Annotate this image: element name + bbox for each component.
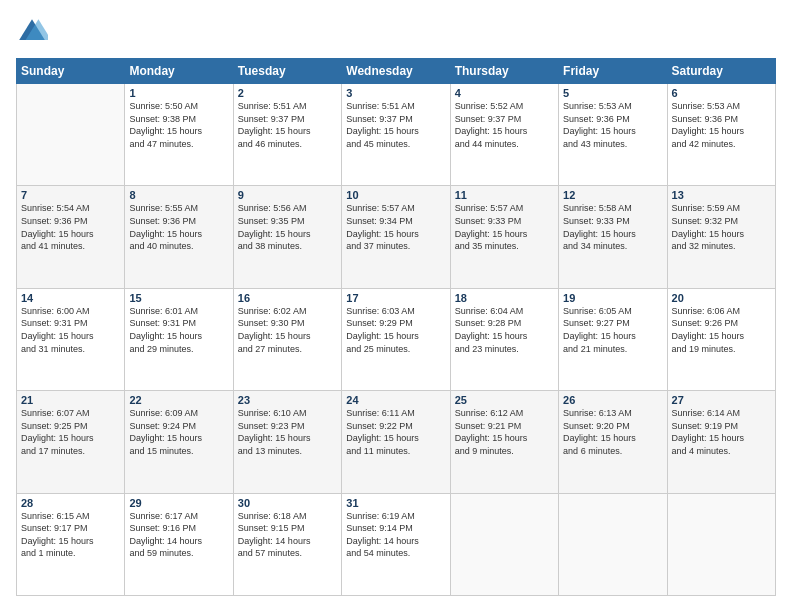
calendar-cell: 23Sunrise: 6:10 AM Sunset: 9:23 PM Dayli… [233,391,341,493]
day-number: 10 [346,189,445,201]
day-info: Sunrise: 6:17 AM Sunset: 9:16 PM Dayligh… [129,510,228,560]
header-day: Friday [559,59,667,84]
day-info: Sunrise: 5:59 AM Sunset: 9:32 PM Dayligh… [672,202,771,252]
day-number: 4 [455,87,554,99]
day-info: Sunrise: 5:52 AM Sunset: 9:37 PM Dayligh… [455,100,554,150]
day-number: 6 [672,87,771,99]
day-number: 3 [346,87,445,99]
day-number: 13 [672,189,771,201]
day-number: 25 [455,394,554,406]
day-info: Sunrise: 5:51 AM Sunset: 9:37 PM Dayligh… [238,100,337,150]
day-info: Sunrise: 5:57 AM Sunset: 9:34 PM Dayligh… [346,202,445,252]
calendar-cell: 22Sunrise: 6:09 AM Sunset: 9:24 PM Dayli… [125,391,233,493]
day-number: 8 [129,189,228,201]
calendar-cell: 3Sunrise: 5:51 AM Sunset: 9:37 PM Daylig… [342,84,450,186]
calendar-cell: 6Sunrise: 5:53 AM Sunset: 9:36 PM Daylig… [667,84,775,186]
day-info: Sunrise: 6:14 AM Sunset: 9:19 PM Dayligh… [672,407,771,457]
calendar-cell [559,493,667,595]
day-info: Sunrise: 5:53 AM Sunset: 9:36 PM Dayligh… [563,100,662,150]
day-info: Sunrise: 6:07 AM Sunset: 9:25 PM Dayligh… [21,407,120,457]
day-number: 27 [672,394,771,406]
calendar-cell: 30Sunrise: 6:18 AM Sunset: 9:15 PM Dayli… [233,493,341,595]
day-number: 23 [238,394,337,406]
day-info: Sunrise: 6:12 AM Sunset: 9:21 PM Dayligh… [455,407,554,457]
day-info: Sunrise: 6:01 AM Sunset: 9:31 PM Dayligh… [129,305,228,355]
calendar-cell: 17Sunrise: 6:03 AM Sunset: 9:29 PM Dayli… [342,288,450,390]
day-info: Sunrise: 6:13 AM Sunset: 9:20 PM Dayligh… [563,407,662,457]
day-info: Sunrise: 6:00 AM Sunset: 9:31 PM Dayligh… [21,305,120,355]
day-number: 16 [238,292,337,304]
day-number: 5 [563,87,662,99]
day-number: 24 [346,394,445,406]
day-number: 9 [238,189,337,201]
calendar-cell: 16Sunrise: 6:02 AM Sunset: 9:30 PM Dayli… [233,288,341,390]
calendar-cell: 28Sunrise: 6:15 AM Sunset: 9:17 PM Dayli… [17,493,125,595]
week-row: 14Sunrise: 6:00 AM Sunset: 9:31 PM Dayli… [17,288,776,390]
calendar-cell: 27Sunrise: 6:14 AM Sunset: 9:19 PM Dayli… [667,391,775,493]
day-info: Sunrise: 6:05 AM Sunset: 9:27 PM Dayligh… [563,305,662,355]
day-info: Sunrise: 6:10 AM Sunset: 9:23 PM Dayligh… [238,407,337,457]
calendar-cell: 4Sunrise: 5:52 AM Sunset: 9:37 PM Daylig… [450,84,558,186]
day-info: Sunrise: 6:02 AM Sunset: 9:30 PM Dayligh… [238,305,337,355]
day-info: Sunrise: 6:09 AM Sunset: 9:24 PM Dayligh… [129,407,228,457]
header [16,16,776,48]
header-day: Wednesday [342,59,450,84]
calendar-cell: 20Sunrise: 6:06 AM Sunset: 9:26 PM Dayli… [667,288,775,390]
calendar-cell: 1Sunrise: 5:50 AM Sunset: 9:38 PM Daylig… [125,84,233,186]
day-number: 28 [21,497,120,509]
logo [16,16,52,48]
day-number: 19 [563,292,662,304]
day-info: Sunrise: 5:55 AM Sunset: 9:36 PM Dayligh… [129,202,228,252]
header-day: Thursday [450,59,558,84]
day-info: Sunrise: 5:54 AM Sunset: 9:36 PM Dayligh… [21,202,120,252]
calendar-cell: 26Sunrise: 6:13 AM Sunset: 9:20 PM Dayli… [559,391,667,493]
calendar-cell [17,84,125,186]
day-number: 31 [346,497,445,509]
day-info: Sunrise: 6:11 AM Sunset: 9:22 PM Dayligh… [346,407,445,457]
day-info: Sunrise: 6:18 AM Sunset: 9:15 PM Dayligh… [238,510,337,560]
day-number: 15 [129,292,228,304]
day-info: Sunrise: 5:51 AM Sunset: 9:37 PM Dayligh… [346,100,445,150]
week-row: 1Sunrise: 5:50 AM Sunset: 9:38 PM Daylig… [17,84,776,186]
calendar-cell: 11Sunrise: 5:57 AM Sunset: 9:33 PM Dayli… [450,186,558,288]
day-info: Sunrise: 5:57 AM Sunset: 9:33 PM Dayligh… [455,202,554,252]
day-number: 29 [129,497,228,509]
day-number: 1 [129,87,228,99]
calendar-cell: 31Sunrise: 6:19 AM Sunset: 9:14 PM Dayli… [342,493,450,595]
day-info: Sunrise: 6:15 AM Sunset: 9:17 PM Dayligh… [21,510,120,560]
calendar-cell: 5Sunrise: 5:53 AM Sunset: 9:36 PM Daylig… [559,84,667,186]
header-day: Sunday [17,59,125,84]
header-day: Tuesday [233,59,341,84]
day-number: 26 [563,394,662,406]
calendar-cell: 21Sunrise: 6:07 AM Sunset: 9:25 PM Dayli… [17,391,125,493]
calendar-cell: 12Sunrise: 5:58 AM Sunset: 9:33 PM Dayli… [559,186,667,288]
page: SundayMondayTuesdayWednesdayThursdayFrid… [0,0,792,612]
week-row: 7Sunrise: 5:54 AM Sunset: 9:36 PM Daylig… [17,186,776,288]
day-info: Sunrise: 5:58 AM Sunset: 9:33 PM Dayligh… [563,202,662,252]
day-info: Sunrise: 5:56 AM Sunset: 9:35 PM Dayligh… [238,202,337,252]
day-number: 2 [238,87,337,99]
day-info: Sunrise: 5:50 AM Sunset: 9:38 PM Dayligh… [129,100,228,150]
day-number: 30 [238,497,337,509]
day-number: 11 [455,189,554,201]
day-info: Sunrise: 6:19 AM Sunset: 9:14 PM Dayligh… [346,510,445,560]
day-number: 21 [21,394,120,406]
week-row: 21Sunrise: 6:07 AM Sunset: 9:25 PM Dayli… [17,391,776,493]
day-number: 22 [129,394,228,406]
calendar-cell [450,493,558,595]
calendar-cell [667,493,775,595]
logo-icon [16,16,48,48]
calendar-cell: 8Sunrise: 5:55 AM Sunset: 9:36 PM Daylig… [125,186,233,288]
header-day: Monday [125,59,233,84]
header-row: SundayMondayTuesdayWednesdayThursdayFrid… [17,59,776,84]
calendar-table: SundayMondayTuesdayWednesdayThursdayFrid… [16,58,776,596]
calendar-cell: 25Sunrise: 6:12 AM Sunset: 9:21 PM Dayli… [450,391,558,493]
calendar-cell: 18Sunrise: 6:04 AM Sunset: 9:28 PM Dayli… [450,288,558,390]
day-info: Sunrise: 6:06 AM Sunset: 9:26 PM Dayligh… [672,305,771,355]
calendar-cell: 2Sunrise: 5:51 AM Sunset: 9:37 PM Daylig… [233,84,341,186]
header-day: Saturday [667,59,775,84]
day-info: Sunrise: 6:04 AM Sunset: 9:28 PM Dayligh… [455,305,554,355]
calendar-cell: 10Sunrise: 5:57 AM Sunset: 9:34 PM Dayli… [342,186,450,288]
day-number: 7 [21,189,120,201]
calendar-cell: 14Sunrise: 6:00 AM Sunset: 9:31 PM Dayli… [17,288,125,390]
